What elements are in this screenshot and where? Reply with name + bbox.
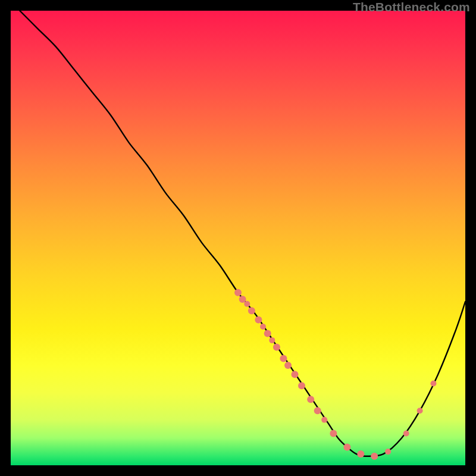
- data-point: [314, 407, 321, 414]
- data-point: [273, 343, 280, 350]
- data-point: [330, 430, 337, 437]
- data-point: [431, 381, 437, 387]
- data-point: [371, 453, 378, 460]
- data-point: [280, 355, 287, 362]
- plot-area: [11, 11, 465, 465]
- data-point: [255, 317, 262, 324]
- data-point: [284, 362, 292, 369]
- data-point: [292, 371, 299, 378]
- data-point: [343, 443, 350, 450]
- data-point: [385, 449, 391, 455]
- data-point: [260, 324, 266, 330]
- data-point: [307, 396, 314, 403]
- data-point: [321, 417, 327, 423]
- chart-stage: TheBottleneck.com: [0, 0, 476, 476]
- data-point: [264, 330, 271, 337]
- data-point: [244, 301, 250, 307]
- data-point: [248, 307, 255, 314]
- data-point: [234, 289, 242, 296]
- data-point: [403, 431, 409, 437]
- data-point: [269, 337, 275, 343]
- data-point: [417, 408, 423, 414]
- data-point: [357, 450, 364, 458]
- watermark-text: TheBottleneck.com: [353, 0, 470, 14]
- bottleneck-curve: [20, 11, 465, 456]
- chart-svg: [11, 11, 465, 465]
- scatter-points: [234, 289, 437, 460]
- data-point: [298, 382, 305, 389]
